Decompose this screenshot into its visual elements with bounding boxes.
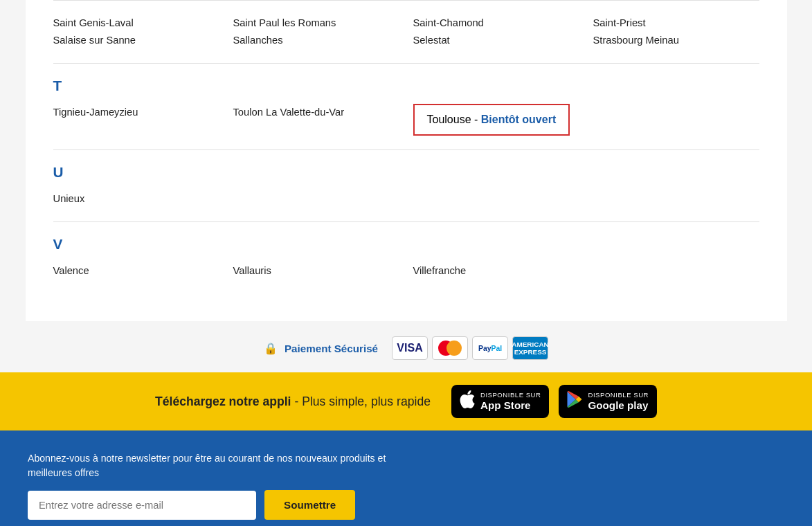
payment-section: 🔒 Paiement Sécurisé VISA PayPal AMERICAN…	[0, 321, 812, 372]
app-badges: Disponible sur App Store DISPONIBLE SUR …	[451, 385, 657, 418]
city-saint-paul[interactable]: Saint Paul les Romans	[233, 15, 399, 32]
city-saint-chamond[interactable]: Saint-Chamond	[413, 15, 579, 32]
mastercard-card	[432, 336, 468, 360]
app-text-rest: Plus simple, plus rapide	[302, 394, 431, 408]
city-villefranche[interactable]: Villefranche	[413, 262, 579, 280]
letter-v: V	[53, 236, 759, 253]
city-tignieu[interactable]: Tignieu-Jameyzieu	[53, 104, 219, 121]
app-text: Téléchargez notre appli - Plus simple, p…	[155, 394, 431, 409]
paypal-card: PayPal	[472, 336, 508, 360]
email-input[interactable]	[28, 491, 256, 520]
city-strasbourg[interactable]: Strasbourg Meinau	[593, 32, 759, 49]
appstore-badge[interactable]: Disponible sur App Store	[451, 385, 550, 418]
payment-cards: VISA PayPal AMERICANEXPRESS	[392, 336, 548, 360]
city-salaise[interactable]: Salaise sur Sanne	[53, 32, 219, 49]
city-saint-priest[interactable]: Saint-Priest	[593, 15, 759, 32]
city-vallauris[interactable]: Vallauris	[233, 262, 399, 280]
lock-icon: 🔒	[264, 342, 278, 355]
city-unieux[interactable]: Unieux	[53, 190, 219, 208]
letter-u: U	[53, 164, 759, 181]
city-valence[interactable]: Valence	[53, 262, 219, 280]
visa-card: VISA	[392, 336, 428, 360]
city-sallanches[interactable]: Sallanches	[233, 32, 399, 49]
city-selestat[interactable]: Selestat	[413, 32, 579, 49]
apple-icon	[460, 390, 475, 413]
newsletter-text: Abonnez-vous à notre newsletter pour êtr…	[28, 451, 429, 480]
footer: Abonnez-vous à notre newsletter pour êtr…	[0, 430, 812, 526]
city-toulouse-highlighted[interactable]: Toulouse - Bientôt ouvert	[413, 104, 570, 136]
google-icon	[567, 391, 582, 412]
newsletter-form: Soumettre	[28, 490, 784, 520]
toulouse-bientot: Bientôt ouvert	[481, 114, 556, 125]
app-text-bold: Téléchargez notre appli	[155, 394, 291, 408]
submit-button[interactable]: Soumettre	[264, 490, 355, 520]
googleplay-badge-text: DISPONIBLE SUR Google play	[588, 391, 649, 412]
letter-t: T	[53, 78, 759, 94]
amex-card: AMERICANEXPRESS	[512, 336, 548, 360]
googleplay-badge[interactable]: DISPONIBLE SUR Google play	[559, 385, 657, 418]
city-saint-genis[interactable]: Saint Genis-Laval	[53, 15, 219, 32]
appstore-badge-text: Disponible sur App Store	[480, 391, 541, 412]
city-toulon[interactable]: Toulon La Valette-du-Var	[233, 104, 399, 121]
toulouse-prefix: Toulouse -	[427, 114, 481, 125]
app-text-dash: -	[291, 394, 303, 408]
payment-label: Paiement Sécurisé	[285, 343, 378, 354]
app-download-bar: Téléchargez notre appli - Plus simple, p…	[0, 372, 812, 430]
newsletter-section: Abonnez-vous à notre newsletter pour êtr…	[28, 451, 784, 520]
